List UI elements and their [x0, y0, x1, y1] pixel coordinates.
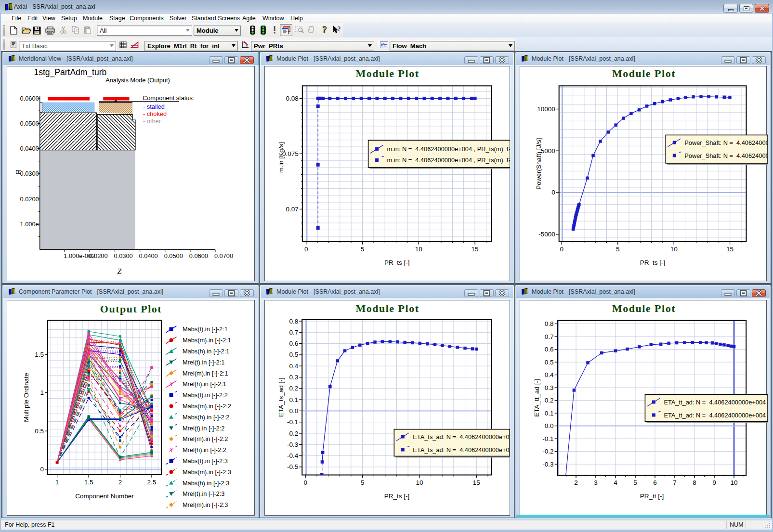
svg-text:1: 1 [40, 389, 44, 396]
svg-text:0.0600: 0.0600 [20, 95, 39, 102]
svg-text:- other: - other [143, 117, 161, 125]
svg-text:Mabs(h).in [-]-2:1: Mabs(h).in [-]-2:1 [183, 348, 229, 355]
svg-text:Mabs(t).in [-]-2:1: Mabs(t).in [-]-2:1 [183, 325, 228, 333]
svg-text:ETA_ts_ad: N = 4.4062400000e+: ETA_ts_ad: N = 4.4062400000e+00 [413, 446, 510, 454]
svg-text:5: 5 [361, 246, 365, 253]
svg-text:Mabs(h).in [-]-2:3: Mabs(h).in [-]-2:3 [183, 480, 229, 487]
svg-text:2: 2 [118, 479, 122, 486]
svg-text:Module Plot: Module Plot [612, 302, 676, 314]
svg-text:5000: 5000 [541, 147, 555, 155]
svg-text:0.1: 0.1 [289, 396, 298, 403]
svg-text:Mrel(m).in [-]-2:1: Mrel(m).in [-]-2:1 [183, 370, 228, 377]
svg-text:Mrel(t).in [-]-2:1: Mrel(t).in [-]-2:1 [183, 359, 224, 366]
svg-text:0: 0 [304, 246, 308, 253]
svg-text:Module Plot: Module Plot [356, 67, 419, 79]
svg-text:0.6: 0.6 [289, 340, 298, 347]
svg-text:0.5: 0.5 [289, 351, 298, 358]
svg-text:0.4: 0.4 [545, 371, 554, 378]
svg-text:Mrel(t).in [-]-2:2: Mrel(t).in [-]-2:2 [183, 425, 224, 432]
svg-text:0.0200: 0.0200 [89, 252, 107, 260]
svg-text:ETA_ts_ad: N = 4.4062400000e+: ETA_ts_ad: N = 4.4062400000e+00 [413, 433, 510, 441]
svg-text:Component status:: Component status: [143, 94, 194, 102]
svg-text:6: 6 [653, 479, 657, 486]
svg-text:Mrel(m).in [-]-2:2: Mrel(m).in [-]-2:2 [183, 435, 228, 442]
svg-text:0.2: 0.2 [545, 397, 554, 404]
svg-text:-0.4: -0.4 [287, 452, 299, 459]
svg-text:1: 1 [55, 479, 59, 486]
svg-text:5: 5 [361, 479, 365, 486]
svg-text:0.0400: 0.0400 [20, 145, 39, 152]
svg-text:10: 10 [415, 246, 422, 253]
svg-text:0: 0 [40, 466, 44, 473]
svg-text:Power_Shaft: N = 4.40624000: Power_Shaft: N = 4.40624000 [684, 139, 768, 146]
svg-text:15: 15 [473, 479, 480, 486]
svg-text:1.5: 1.5 [35, 351, 44, 358]
svg-text:PR_ts [-]: PR_ts [-] [384, 493, 410, 500]
svg-text:Mabs(m).in [-]-2:1: Mabs(m).in [-]-2:1 [183, 337, 231, 344]
svg-text:5: 5 [633, 479, 637, 486]
svg-text:0: 0 [560, 246, 564, 253]
svg-text:0.0300: 0.0300 [114, 252, 133, 260]
svg-text:0.0300: 0.0300 [20, 170, 39, 177]
svg-text:0.6: 0.6 [545, 346, 554, 353]
svg-text:0: 0 [551, 189, 555, 196]
svg-text:0.5: 0.5 [35, 428, 44, 435]
svg-text:0.0: 0.0 [289, 407, 298, 415]
svg-text:-0.1: -0.1 [542, 435, 553, 442]
svg-text:-0.2: -0.2 [287, 430, 298, 437]
svg-text:0.0: 0.0 [545, 422, 554, 429]
svg-text:7: 7 [673, 479, 677, 486]
svg-text:Power(Shaft) [J/s]: Power(Shaft) [J/s] [535, 138, 542, 190]
svg-text:0.2: 0.2 [289, 385, 298, 392]
svg-text:0.0700: 0.0700 [214, 252, 233, 260]
svg-text:-0.5: -0.5 [287, 463, 298, 470]
svg-text:0.3: 0.3 [289, 374, 298, 381]
svg-text:5: 5 [616, 246, 620, 253]
svg-text:10000: 10000 [537, 105, 555, 113]
svg-text:0.0500: 0.0500 [164, 252, 183, 260]
svg-text:- choked: - choked [143, 110, 167, 117]
svg-text:Output Plot: Output Plot [100, 303, 162, 315]
svg-text:2: 2 [574, 479, 578, 486]
svg-text:0.1: 0.1 [545, 410, 554, 417]
svg-text:0.8: 0.8 [289, 318, 298, 325]
svg-text:0.0200: 0.0200 [20, 195, 39, 203]
svg-text:Power_Shaft: N = 4.40624000: Power_Shaft: N = 4.40624000 [684, 152, 768, 159]
svg-text:0.8: 0.8 [545, 320, 554, 327]
svg-text:1stg_PartAdm_turb: 1stg_PartAdm_turb [34, 67, 107, 78]
svg-text:0.0500: 0.0500 [20, 120, 39, 127]
svg-text:0.0400: 0.0400 [139, 252, 158, 260]
svg-text:8: 8 [693, 479, 696, 486]
svg-text:PR_ts [-]: PR_ts [-] [640, 259, 666, 266]
svg-text:Multiple Ordinate: Multiple Ordinate [23, 373, 30, 422]
svg-text:0.08: 0.08 [286, 95, 299, 102]
svg-text:Mrel(m).in [-]-2:3: Mrel(m).in [-]-2:3 [183, 501, 228, 508]
svg-text:ETA_tt_ad: N = 4.4062400000e+: ETA_tt_ad: N = 4.4062400000e+004 , [664, 399, 768, 406]
svg-text:3: 3 [594, 479, 598, 486]
svg-text:15: 15 [472, 246, 479, 253]
svg-text:Mabs(t).in [-]-2:3: Mabs(t).in [-]-2:3 [183, 457, 228, 465]
svg-text:10: 10 [416, 479, 423, 486]
svg-text:-5000: -5000 [538, 231, 555, 238]
svg-text:15: 15 [726, 246, 734, 253]
svg-text:ETA_tt_ad: N = 4.4062400000e+: ETA_tt_ad: N = 4.4062400000e+004 , [664, 412, 768, 419]
svg-text:m.in: N = 4.4062400000e+004 ,: m.in: N = 4.4062400000e+004 , PR_ts(m) R… [387, 145, 510, 153]
svg-text:0.7: 0.7 [289, 329, 298, 336]
svg-text:Component Number: Component Number [75, 493, 134, 500]
svg-text:0.4: 0.4 [289, 363, 298, 370]
svg-text:-0.1: -0.1 [287, 418, 298, 426]
svg-text:Mabs(t).in [-]-2:2: Mabs(t).in [-]-2:2 [183, 391, 228, 399]
svg-text:1.5: 1.5 [84, 479, 93, 486]
svg-text:ETA_tt_ad [-]: ETA_tt_ad [-] [533, 379, 540, 417]
svg-text:10: 10 [730, 479, 737, 486]
svg-text:9: 9 [712, 479, 716, 486]
svg-text:Module Plot: Module Plot [356, 302, 419, 314]
svg-text:Analysis Mode (Output): Analysis Mode (Output) [105, 77, 170, 84]
svg-text:0: 0 [303, 479, 307, 486]
svg-text:ETA_ts_ad [-]: ETA_ts_ad [-] [277, 377, 285, 417]
svg-text:0.3: 0.3 [545, 384, 554, 391]
svg-text:2.5: 2.5 [147, 479, 157, 486]
svg-text:1.000e: 1.000e [20, 221, 39, 228]
svg-text:Z: Z [118, 267, 122, 275]
svg-text:Mrel(t).in [-]-2:3: Mrel(t).in [-]-2:3 [183, 490, 224, 497]
